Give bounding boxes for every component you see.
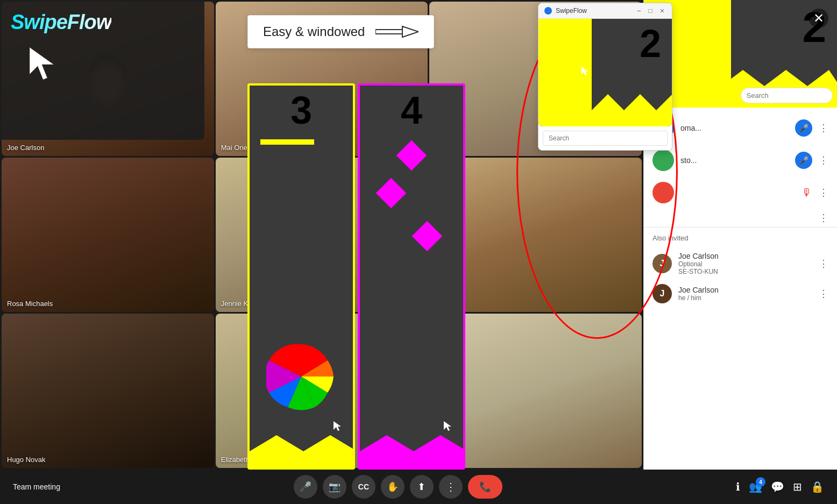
meeting-title: Team meeting bbox=[13, 482, 60, 491]
more-btn-2[interactable]: ⋮ bbox=[819, 154, 828, 166]
small-cursor bbox=[334, 421, 342, 434]
yellow-bottom bbox=[250, 435, 353, 467]
invited-info-2: Joe Carlson he / him bbox=[678, 286, 812, 302]
participant-avatar-3 bbox=[652, 182, 674, 203]
hand-icon: ✋ bbox=[387, 481, 399, 493]
video-cell-hugo: Hugo Novak bbox=[2, 314, 214, 468]
svg-marker-9 bbox=[592, 94, 672, 126]
people-button[interactable]: 👥 4 bbox=[749, 480, 762, 493]
svg-rect-6 bbox=[375, 30, 405, 34]
meeting-title-area: Team meeting bbox=[13, 482, 60, 492]
game-number-4: 4 bbox=[360, 86, 463, 130]
invited-item-1: J Joe Carlson Optional SE-STO-KUN ⋮ bbox=[652, 247, 828, 280]
svg-marker-2 bbox=[250, 435, 353, 467]
participant-mic-btn-2[interactable]: 🎤 bbox=[795, 152, 812, 169]
participant-info-2: sto... bbox=[680, 156, 789, 165]
diamond-1 bbox=[396, 140, 427, 171]
svg-marker-5 bbox=[444, 421, 451, 431]
yellow-line bbox=[260, 139, 314, 145]
participant-avatar-2 bbox=[652, 150, 674, 171]
zigzag-right bbox=[592, 83, 672, 126]
hand-button[interactable]: ✋ bbox=[381, 475, 405, 499]
info-icon: ℹ bbox=[736, 481, 740, 493]
close-overlay-button[interactable]: ✕ bbox=[809, 9, 828, 28]
more-btn-1[interactable]: ⋮ bbox=[819, 122, 828, 134]
mic-icon-1: 🎤 bbox=[799, 124, 808, 132]
present-button[interactable]: ⬆ bbox=[410, 475, 434, 499]
logo-area: SwipeFlow bbox=[0, 0, 204, 140]
participant-name-hugo: Hugo Novak bbox=[7, 456, 46, 464]
minimize-button[interactable]: − bbox=[634, 6, 643, 15]
swipeflow-titlebar: SwipeFlow − □ × bbox=[538, 3, 672, 19]
chat-button[interactable]: 💬 bbox=[771, 480, 784, 493]
participant-name-joe: Joe Carlson bbox=[7, 144, 44, 152]
maximize-button[interactable]: □ bbox=[647, 7, 655, 15]
toolbar-right-group: ℹ 👥 4 💬 ⊞ 🔒 bbox=[736, 480, 824, 493]
cc-icon: CC bbox=[358, 482, 369, 491]
info-button[interactable]: ℹ bbox=[736, 480, 740, 493]
invited-info-1: Joe Carlson Optional SE-STO-KUN bbox=[678, 252, 812, 275]
popup-tooltip: Easy & windowed bbox=[247, 15, 434, 48]
sidebar-participants-list: oma... 🎤 ⋮ sto... 🎤 ⋮ bbox=[644, 108, 837, 504]
people-badge: 4 bbox=[756, 477, 765, 487]
chat-icon: 💬 bbox=[771, 481, 784, 493]
camera-icon: 📷 bbox=[329, 481, 341, 493]
invited-detail-2: he / him bbox=[678, 294, 812, 302]
popup-text: Easy & windowed bbox=[263, 24, 365, 39]
diamond-2 bbox=[375, 178, 406, 209]
diamond-3 bbox=[412, 221, 443, 252]
invited-item-2: J Joe Carlson he / him ⋮ bbox=[652, 280, 828, 308]
mic-icon-2: 🎤 bbox=[799, 156, 808, 165]
x-close-icon: ✕ bbox=[813, 11, 824, 26]
svg-marker-10 bbox=[581, 67, 588, 75]
participant-info-1: oma... bbox=[680, 124, 789, 132]
mic-icon: 🎤 bbox=[300, 481, 311, 493]
invited-more-btn-1[interactable]: ⋮ bbox=[819, 258, 828, 269]
end-call-icon: 📞 bbox=[479, 481, 491, 493]
mic-button[interactable]: 🎤 bbox=[294, 475, 317, 499]
camera-button[interactable]: 📷 bbox=[323, 475, 346, 499]
invited-more-btn-2[interactable]: ⋮ bbox=[819, 288, 828, 300]
swipeflow-mini-window[interactable]: SwipeFlow − □ × 2 bbox=[538, 3, 672, 151]
arrow-icon bbox=[375, 24, 418, 39]
game-card-3: 3 bbox=[247, 83, 355, 470]
swipeflow-logo: SwipeFlow bbox=[11, 11, 111, 34]
more-options-button[interactable]: ⋮ bbox=[439, 475, 463, 499]
mute-status-icon[interactable]: 🎙 bbox=[801, 187, 812, 199]
pie-chart bbox=[266, 342, 336, 414]
mini-search-input[interactable] bbox=[543, 131, 668, 146]
security-button[interactable]: 🔒 bbox=[811, 480, 824, 493]
participant-mic-btn-1[interactable]: 🎤 bbox=[795, 119, 812, 137]
svg-marker-4 bbox=[360, 435, 463, 467]
sidebar-search-input[interactable] bbox=[741, 88, 833, 103]
captions-button[interactable]: CC bbox=[352, 475, 375, 499]
invited-avatar-2: J bbox=[652, 284, 672, 303]
svg-marker-3 bbox=[334, 421, 341, 431]
participant-row-2: sto... 🎤 ⋮ bbox=[644, 144, 837, 176]
close-button[interactable]: × bbox=[658, 6, 666, 15]
invited-name-1: Joe Carlson bbox=[678, 252, 812, 260]
mini-search-area bbox=[538, 126, 672, 150]
more-btn-3[interactable]: ⋮ bbox=[819, 187, 828, 198]
also-invited-label: Also invited bbox=[652, 234, 828, 242]
end-call-button[interactable]: 📞 bbox=[468, 475, 502, 499]
game-number-3: 3 bbox=[250, 86, 353, 130]
activities-button[interactable]: ⊞ bbox=[793, 480, 802, 493]
participant-row-3: 🎙 ⋮ bbox=[644, 176, 837, 209]
svg-point-8 bbox=[544, 7, 552, 15]
mini-window-title: SwipeFlow bbox=[556, 7, 631, 15]
more-options-row: ⋮ bbox=[644, 209, 837, 227]
mini-game-card-2: 2 bbox=[538, 19, 672, 126]
game-card-4: 4 bbox=[358, 83, 465, 470]
game-number-2: 2 bbox=[640, 22, 661, 66]
svg-marker-7 bbox=[402, 26, 418, 37]
participant-name-2: sto... bbox=[680, 156, 789, 165]
right-sidebar: 2 oma... 🎤 ⋮ bbox=[643, 0, 837, 504]
extra-more-btn[interactable]: ⋮ bbox=[819, 212, 828, 224]
more-dots-icon: ⋮ bbox=[445, 480, 456, 493]
toolbar-center-group: 🎤 📷 CC ✋ ⬆ ⋮ 📞 bbox=[294, 475, 502, 499]
sidebar-game-area: 2 bbox=[644, 0, 837, 108]
invited-name-2: Joe Carlson bbox=[678, 286, 812, 294]
video-cell-rosa: Rosa Michaels bbox=[2, 158, 214, 312]
activities-icon: ⊞ bbox=[793, 481, 802, 493]
